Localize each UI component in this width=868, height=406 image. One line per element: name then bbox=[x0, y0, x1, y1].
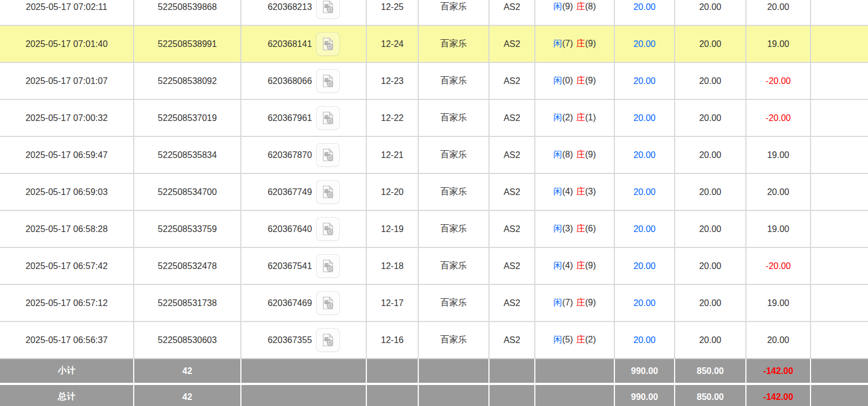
table-row[interactable]: 2025-05-17 06:56:37 522508530603 6203673… bbox=[0, 322, 868, 359]
banker-score: (9) bbox=[585, 261, 596, 270]
bet-amount-link[interactable]: 20.00 bbox=[633, 113, 655, 123]
game-type: 百家乐 bbox=[419, 137, 490, 173]
game-type: 百家乐 bbox=[419, 285, 490, 321]
video-replay-button[interactable] bbox=[316, 32, 340, 56]
game-number: 620367961 bbox=[267, 113, 312, 123]
bet-amount-link[interactable]: 20.00 bbox=[633, 224, 655, 234]
bet-time: 2025-05-17 06:58:28 bbox=[0, 211, 134, 247]
subtotal-empty-cell bbox=[811, 359, 868, 383]
player-label: 闲 bbox=[553, 224, 562, 233]
bet-amount-link[interactable]: 20.00 bbox=[633, 187, 655, 197]
banker-score: (6) bbox=[585, 224, 596, 233]
table-code: AS2 bbox=[490, 0, 535, 25]
table-code: AS2 bbox=[490, 137, 535, 173]
table-row[interactable]: 2025-05-17 06:59:47 522508535834 6203678… bbox=[0, 137, 868, 174]
bet-time: 2025-05-17 06:57:42 bbox=[0, 248, 134, 284]
table-row[interactable]: 2025-05-17 07:01:40 522508538991 6203681… bbox=[0, 26, 868, 63]
bet-amount-cell: 20.00 bbox=[615, 285, 675, 321]
banker-result: 庄(9) bbox=[576, 260, 596, 272]
game-number-cell: 620367870 bbox=[241, 137, 367, 173]
banker-result: 庄(3) bbox=[576, 186, 596, 198]
video-replay-button[interactable] bbox=[316, 217, 340, 241]
video-replay-button[interactable] bbox=[316, 106, 340, 130]
valid-amount: 20.00 bbox=[675, 0, 746, 25]
bet-number: 522508532478 bbox=[134, 248, 241, 284]
game-number-cell: 620367355 bbox=[241, 322, 367, 358]
player-label: 闲 bbox=[553, 150, 562, 159]
bet-amount-cell: 20.00 bbox=[615, 248, 675, 284]
game-type: 百家乐 bbox=[419, 100, 490, 136]
video-replay-button[interactable] bbox=[316, 328, 340, 352]
video-replay-icon bbox=[320, 147, 335, 162]
bet-amount-cell: 20.00 bbox=[615, 322, 675, 358]
banker-label: 庄 bbox=[576, 261, 585, 270]
game-number-cell: 620367749 bbox=[241, 174, 367, 210]
player-result: 闲(2) bbox=[553, 112, 573, 124]
grandtotal-label: 总计 bbox=[0, 385, 134, 406]
bet-amount-link[interactable]: 20.00 bbox=[633, 335, 655, 345]
player-score: (5) bbox=[562, 335, 573, 344]
bet-amount-link[interactable]: 20.00 bbox=[633, 298, 655, 308]
banker-result: 庄(9) bbox=[576, 38, 596, 50]
bet-number: 522508531738 bbox=[134, 285, 241, 321]
video-replay-icon bbox=[320, 296, 335, 310]
bet-amount-cell: 20.00 bbox=[615, 63, 675, 99]
winloss-amount: -20.00 bbox=[746, 100, 811, 136]
video-replay-icon bbox=[320, 184, 335, 199]
bet-amount-cell: 20.00 bbox=[615, 0, 675, 25]
video-replay-button[interactable] bbox=[316, 143, 340, 167]
video-replay-button[interactable] bbox=[316, 291, 340, 315]
player-score: (4) bbox=[562, 187, 573, 196]
bet-amount-cell: 20.00 bbox=[615, 174, 675, 210]
game-number: 620368213 bbox=[267, 2, 312, 12]
banker-label: 庄 bbox=[576, 298, 585, 307]
table-row[interactable]: 2025-05-17 06:57:42 522508532478 6203675… bbox=[0, 248, 868, 285]
bet-amount-link[interactable]: 20.00 bbox=[633, 76, 655, 86]
video-replay-button[interactable] bbox=[316, 0, 340, 19]
table-row[interactable]: 2025-05-17 06:57:12 522508531738 6203674… bbox=[0, 285, 868, 322]
bet-number: 522508534700 bbox=[134, 174, 241, 210]
bet-amount-link[interactable]: 20.00 bbox=[633, 2, 655, 12]
table-row[interactable]: 2025-05-17 06:58:28 522508533759 6203676… bbox=[0, 211, 868, 248]
banker-score: (2) bbox=[585, 335, 596, 344]
extra-cell bbox=[811, 248, 868, 284]
valid-amount: 20.00 bbox=[675, 211, 746, 247]
table-code: AS2 bbox=[490, 100, 535, 136]
bet-number: 522508530603 bbox=[134, 322, 241, 358]
bet-amount-link[interactable]: 20.00 bbox=[633, 261, 655, 271]
video-replay-button[interactable] bbox=[316, 69, 340, 93]
table-code: AS2 bbox=[490, 285, 535, 321]
bet-time: 2025-05-17 06:56:37 bbox=[0, 322, 134, 358]
video-replay-button[interactable] bbox=[316, 180, 340, 204]
game-number-cell: 620367469 bbox=[241, 285, 367, 321]
table-row[interactable]: 2025-05-17 07:00:32 522508537019 6203679… bbox=[0, 100, 868, 137]
player-result: 闲(3) bbox=[553, 223, 573, 235]
player-result: 闲(0) bbox=[553, 75, 573, 87]
game-number: 620367355 bbox=[267, 335, 312, 345]
round-number: 12-19 bbox=[367, 211, 419, 247]
video-replay-button[interactable] bbox=[316, 254, 340, 278]
table-row[interactable]: 2025-05-17 06:59:03 522508534700 6203677… bbox=[0, 174, 868, 211]
bet-time: 2025-05-17 07:00:32 bbox=[0, 100, 134, 136]
grandtotal-empty-cell bbox=[367, 385, 419, 406]
game-number: 620367541 bbox=[267, 261, 312, 271]
banker-label: 庄 bbox=[576, 150, 585, 159]
winloss-amount: 19.00 bbox=[746, 285, 811, 321]
banker-result: 庄(9) bbox=[576, 297, 596, 309]
bet-amount-link[interactable]: 20.00 bbox=[633, 150, 655, 160]
banker-result: 庄(2) bbox=[576, 334, 596, 346]
table-row[interactable]: 2025-05-17 07:01:07 522508538092 6203680… bbox=[0, 63, 868, 100]
subtotal-winloss-total: -142.00 bbox=[746, 359, 811, 383]
bet-amount-link[interactable]: 20.00 bbox=[633, 39, 655, 49]
player-label: 闲 bbox=[553, 298, 562, 307]
round-number: 12-24 bbox=[367, 26, 419, 62]
table-row[interactable]: 2025-05-17 07:02:11 522508539868 6203682… bbox=[0, 0, 868, 26]
game-number: 620368141 bbox=[267, 39, 312, 49]
player-label: 闲 bbox=[553, 76, 562, 85]
game-number-cell: 620367541 bbox=[241, 248, 367, 284]
player-label: 闲 bbox=[553, 261, 562, 270]
player-score: (4) bbox=[562, 261, 573, 270]
game-result: 闲(4) 庄(3) bbox=[535, 174, 615, 210]
subtotal-row: 小计 42 990.00 850.00 -142.00 bbox=[0, 359, 868, 385]
bet-number: 522508538991 bbox=[134, 26, 241, 62]
